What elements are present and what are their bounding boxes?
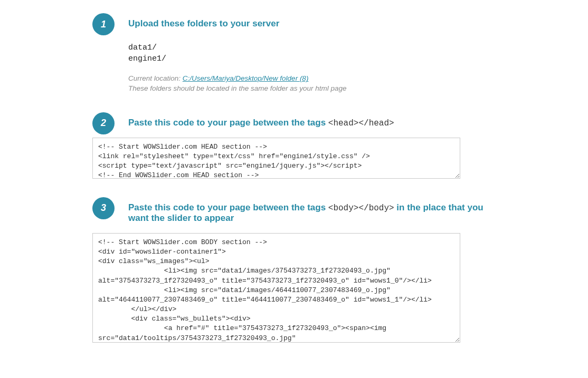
step-number-circle-2: 2 <box>92 112 115 134</box>
step-1: 1 Upload these folders to your server da… <box>92 13 499 94</box>
step-3-heading-prefix: Paste this code to your page between the… <box>128 202 328 212</box>
location-note: Current location: C:/Users/Mariya/Deskto… <box>128 74 499 94</box>
body-code-box[interactable]: <!-- Start WOWSlider.com BODY section --… <box>92 233 460 343</box>
step-2-content: Paste this code to your page between the… <box>128 112 499 179</box>
step-2-heading: Paste this code to your page between the… <box>128 118 499 128</box>
step-3-content: Paste this code to your page between the… <box>128 197 499 343</box>
location-hint: These folders should be located in the s… <box>128 84 347 92</box>
step-3: 3 Paste this code to your page between t… <box>92 197 499 343</box>
folder-list: data1/ engine1/ <box>128 42 499 64</box>
step-number-circle-1: 1 <box>92 13 115 35</box>
step-number-circle-3: 3 <box>92 197 115 219</box>
head-code-box[interactable]: <!-- Start WOWSlider.com HEAD section --… <box>92 138 460 179</box>
folder-engine1: engine1/ <box>128 53 499 64</box>
step-2-heading-mono: <head></head> <box>328 119 394 128</box>
step-1-content: Upload these folders to your server data… <box>128 13 499 94</box>
location-link[interactable]: C:/Users/Mariya/Desktop/New folder (8) <box>183 74 309 82</box>
instructions-container: 1 Upload these folders to your server da… <box>0 0 499 343</box>
step-number-2: 2 <box>101 118 106 129</box>
location-prefix: Current location: <box>128 74 183 82</box>
step-2: 2 Paste this code to your page between t… <box>92 112 499 179</box>
folder-data1: data1/ <box>128 42 499 53</box>
step-2-heading-prefix: Paste this code to your page between the… <box>128 118 328 128</box>
step-3-heading: Paste this code to your page between the… <box>128 202 499 224</box>
step-3-heading-mono: <body></body> <box>328 203 394 213</box>
step-number-1: 1 <box>101 19 106 30</box>
step-number-3: 3 <box>101 202 106 214</box>
step-1-heading: Upload these folders to your server <box>128 18 499 29</box>
